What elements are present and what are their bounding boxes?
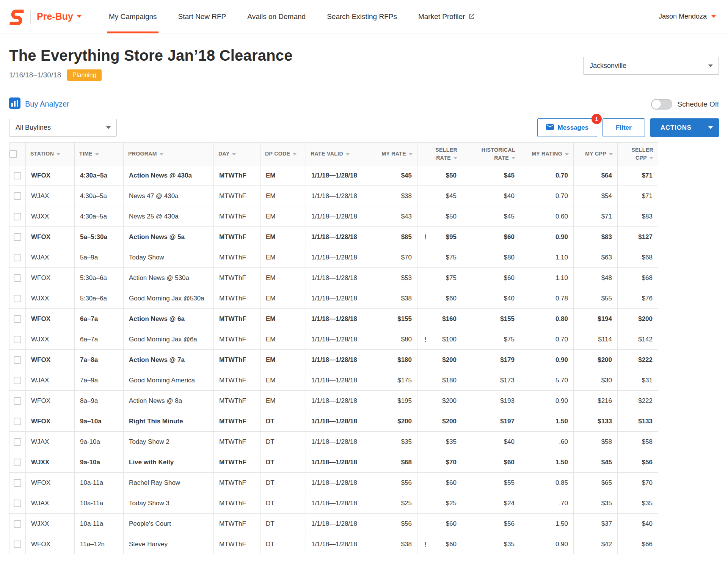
row-select-cell[interactable] xyxy=(9,309,26,329)
row-select-cell[interactable] xyxy=(9,514,26,534)
sort-caret-icon[interactable] xyxy=(346,153,350,156)
cell-dp: EM xyxy=(260,206,306,227)
nav-item-search-existing-rfps[interactable]: Search Existing RFPs xyxy=(325,0,399,33)
cell-day: MTWThF xyxy=(214,268,260,288)
sort-caret-icon[interactable] xyxy=(293,153,297,156)
column-header-program[interactable]: PROGRAM xyxy=(124,143,214,165)
cell-dp: EM xyxy=(260,329,306,350)
row-checkbox[interactable] xyxy=(14,541,21,548)
row-checkbox[interactable] xyxy=(14,459,21,466)
row-checkbox[interactable] xyxy=(14,520,21,528)
sort-caret-icon[interactable] xyxy=(56,153,60,156)
column-header-my_rate[interactable]: MY RATE xyxy=(369,143,417,165)
brand-menu[interactable]: Pre-Buy xyxy=(37,11,82,22)
row-checkbox[interactable] xyxy=(14,315,21,323)
row-select-cell[interactable] xyxy=(9,391,26,411)
row-checkbox[interactable] xyxy=(14,500,21,507)
row-checkbox[interactable] xyxy=(14,336,21,343)
sort-caret-icon[interactable] xyxy=(609,153,613,156)
column-header-rate_valid[interactable]: RATE VALID xyxy=(306,143,369,165)
row-select-cell[interactable] xyxy=(9,288,26,309)
sort-caret-icon[interactable] xyxy=(453,157,457,159)
messages-button[interactable]: Messages 1 xyxy=(537,118,597,137)
toggle-track[interactable] xyxy=(651,99,672,110)
row-select-cell[interactable] xyxy=(9,329,26,350)
row-select-cell[interactable] xyxy=(9,165,26,186)
table-row: WJXX5:30a–6aGood Morning Jax @530aMTWThF… xyxy=(9,288,658,309)
user-menu[interactable]: Jason Mendoza xyxy=(659,0,716,33)
column-header-day[interactable]: DAY xyxy=(214,143,260,165)
market-select[interactable]: Jacksonville xyxy=(583,57,719,75)
row-select-cell[interactable] xyxy=(9,227,26,247)
column-header-seller_rate[interactable]: SELLER RATE xyxy=(417,143,462,165)
row-select-cell[interactable] xyxy=(9,247,26,268)
sort-caret-icon[interactable] xyxy=(160,153,163,156)
column-header-time[interactable]: TIME xyxy=(75,143,124,165)
actions-split-button[interactable]: ACTIONS xyxy=(650,118,719,137)
row-select-cell[interactable] xyxy=(9,452,26,473)
row-checkbox[interactable] xyxy=(14,418,21,425)
row-select-cell[interactable] xyxy=(9,411,26,432)
row-select-cell[interactable] xyxy=(9,206,26,227)
nav-item-market-profiler[interactable]: Market Profiler xyxy=(417,0,477,33)
row-checkbox[interactable] xyxy=(14,377,21,384)
buy-analyzer-link[interactable]: Buy Analyzer xyxy=(9,97,69,111)
row-checkbox[interactable] xyxy=(14,274,21,282)
cell-hist_rate: $60 xyxy=(462,268,520,288)
row-select-cell[interactable] xyxy=(9,534,26,555)
sort-caret-icon[interactable] xyxy=(409,153,413,156)
row-checkbox[interactable] xyxy=(14,356,21,364)
cell-hist_rate: $60 xyxy=(462,452,520,473)
column-header-my_cpp[interactable]: MY CPP xyxy=(574,143,618,165)
row-checkbox[interactable] xyxy=(14,254,21,261)
row-checkbox[interactable] xyxy=(14,192,21,200)
select-all-header-cell[interactable] xyxy=(9,143,26,165)
schedule-toggle[interactable]: Schedule Off xyxy=(651,99,719,110)
column-header-my_rating[interactable]: MY RATING xyxy=(520,143,574,165)
cell-hist_rate: $60 xyxy=(462,227,520,247)
column-header-dp[interactable]: DP CODE xyxy=(260,143,306,165)
row-checkbox[interactable] xyxy=(14,397,21,405)
row-checkbox[interactable] xyxy=(14,213,21,220)
nav-item-avails-on-demand[interactable]: Avails on Demand xyxy=(246,0,307,33)
row-checkbox[interactable] xyxy=(14,233,21,241)
row-select-cell[interactable] xyxy=(9,268,26,288)
row-checkbox[interactable] xyxy=(14,438,21,446)
actions-button-main[interactable]: ACTIONS xyxy=(650,118,702,137)
nav-item-my-campaigns[interactable]: My Campaigns xyxy=(107,0,158,33)
sort-caret-icon[interactable] xyxy=(511,157,515,159)
cell-seller_cpp: $40 xyxy=(618,514,658,534)
sort-caret-icon[interactable] xyxy=(232,153,236,156)
cell-dp: DT xyxy=(260,411,306,432)
row-select-cell[interactable] xyxy=(9,370,26,391)
cell-day: MTWThF xyxy=(214,370,260,391)
cell-hist_rate: $197 xyxy=(462,411,520,432)
column-header-station[interactable]: STATION xyxy=(26,143,75,165)
row-select-cell[interactable] xyxy=(9,432,26,452)
row-select-cell[interactable] xyxy=(9,493,26,514)
column-header-seller_cpp[interactable]: SELLER CPP xyxy=(618,143,658,165)
row-checkbox[interactable] xyxy=(14,172,21,179)
sort-caret-icon[interactable] xyxy=(95,153,99,156)
select-all-checkbox[interactable] xyxy=(9,150,17,158)
chevron-down-icon xyxy=(708,126,713,129)
table-row: WFOX5a–5:30aAction News @ 5aMTWThFEM1/1/… xyxy=(9,227,658,247)
nav-item-start-new-rfp[interactable]: Start New RFP xyxy=(177,0,228,33)
row-checkbox[interactable] xyxy=(14,295,21,302)
sort-caret-icon[interactable] xyxy=(565,153,569,156)
filter-button[interactable]: Filter xyxy=(602,118,645,137)
row-select-cell[interactable] xyxy=(9,350,26,370)
actions-button-caret[interactable] xyxy=(702,118,719,137)
row-checkbox[interactable] xyxy=(14,479,21,487)
buylines-filter-select[interactable]: All Buylines xyxy=(9,119,117,137)
cell-my_cpp: $65 xyxy=(574,473,618,493)
cell-seller_rate: $200 xyxy=(417,411,462,432)
row-select-cell[interactable] xyxy=(9,186,26,206)
sort-caret-icon[interactable] xyxy=(650,157,653,159)
app-logo-icon[interactable] xyxy=(8,8,25,25)
column-header-label: MY RATE xyxy=(381,151,406,157)
column-header-hist_rate[interactable]: HISTORICAL RATE xyxy=(462,143,520,165)
row-select-cell[interactable] xyxy=(9,473,26,493)
cell-hist_rate: $40 xyxy=(462,432,520,452)
schedule-toggle-label: Schedule Off xyxy=(677,100,719,108)
